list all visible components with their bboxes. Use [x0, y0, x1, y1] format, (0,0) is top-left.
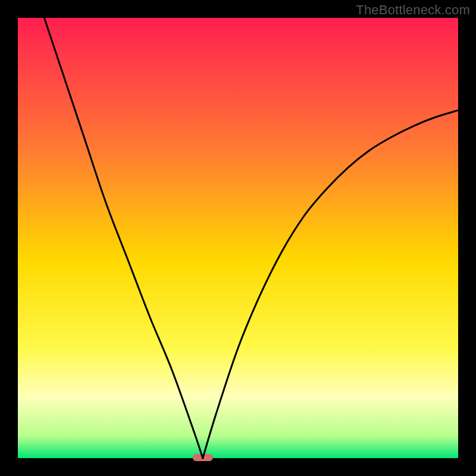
plot-area: [18, 18, 458, 458]
bottleneck-chart: [0, 0, 476, 476]
watermark-label: TheBottleneck.com: [356, 2, 470, 18]
chart-frame: TheBottleneck.com: [0, 0, 476, 476]
